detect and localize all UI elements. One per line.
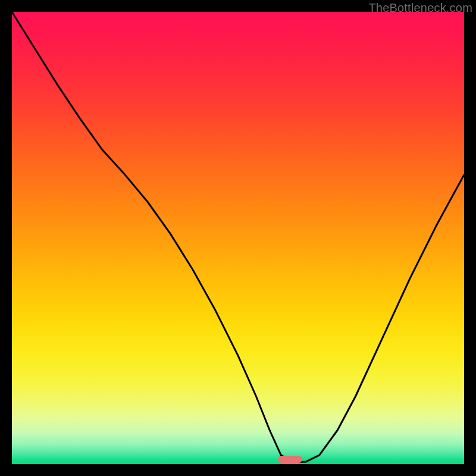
chart-frame: TheBottleneck.com	[0, 0, 476, 476]
optimum-marker	[278, 456, 303, 463]
watermark-text: TheBottleneck.com	[368, 1, 472, 15]
bottleneck-curve	[12, 12, 464, 462]
gradient-plot-area	[12, 12, 464, 464]
bottleneck-curve-svg	[12, 12, 464, 464]
